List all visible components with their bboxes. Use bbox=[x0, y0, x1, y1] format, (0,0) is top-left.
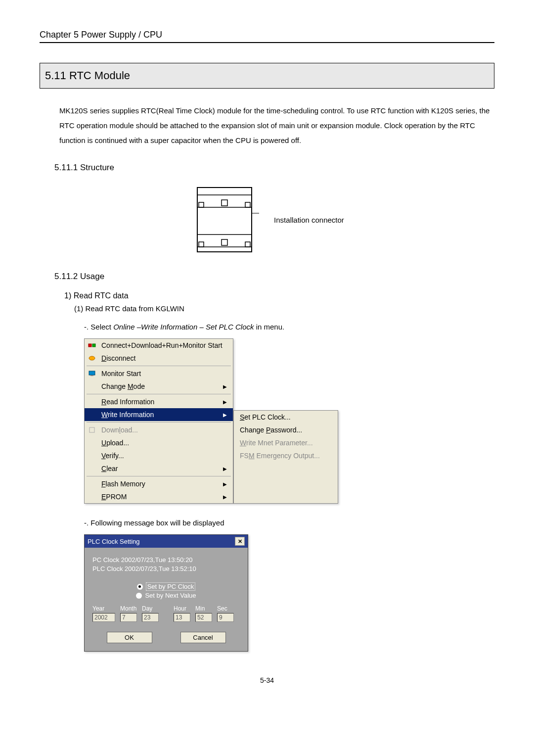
svg-rect-0 bbox=[197, 188, 252, 252]
svg-rect-17 bbox=[89, 427, 94, 432]
menu-flash-memory[interactable]: Flash Memory ▶ bbox=[85, 477, 233, 490]
svg-rect-13 bbox=[92, 344, 95, 347]
radio-set-by-pc[interactable]: Set by PC Clock bbox=[92, 582, 240, 591]
menu-label: Connect+Download+Run+Monitor Start bbox=[101, 341, 222, 349]
instruction-select-menu: -. Select Online –Write Information – Se… bbox=[84, 323, 494, 331]
close-icon: ✕ bbox=[238, 538, 242, 545]
min-label: Min bbox=[195, 605, 205, 612]
instruction-italic: Online –Write Information – Set PLC Cloc… bbox=[113, 323, 254, 331]
radio-selected-icon bbox=[137, 584, 143, 590]
instruction-message-box: -. Following message box will be display… bbox=[84, 519, 494, 527]
menu-label: Set PLC Clock... bbox=[240, 413, 291, 421]
menu-separator bbox=[87, 422, 231, 423]
month-field[interactable]: 7 bbox=[120, 613, 137, 622]
menu-connect[interactable]: Connect+Download+Run+Monitor Start bbox=[85, 339, 233, 352]
chapter-header: Chapter 5 Power Supply / CPU bbox=[40, 30, 494, 43]
step-read-rtc: 1) Read RTC data bbox=[64, 291, 494, 300]
hour-label: Hour bbox=[174, 605, 186, 612]
instruction-text: -. Select bbox=[84, 323, 113, 331]
pc-clock-text: PC Clock 2002/07/23,Tue 13:50:20 bbox=[92, 556, 240, 565]
svg-rect-7 bbox=[245, 242, 250, 247]
submenu-arrow-icon: ▶ bbox=[223, 494, 227, 500]
dialog-titlebar: PLC Clock Setting ✕ bbox=[85, 535, 248, 548]
menu-monitor-start[interactable]: Monitor Start bbox=[85, 367, 233, 380]
menu-label: Change Password... bbox=[240, 426, 302, 434]
instruction-text: in menu. bbox=[254, 323, 284, 331]
menu-clear[interactable]: Clear ▶ bbox=[85, 462, 233, 475]
menu-separator bbox=[87, 394, 231, 394]
cancel-button[interactable]: Cancel bbox=[180, 632, 226, 643]
download-icon bbox=[88, 426, 96, 434]
monitor-icon bbox=[88, 370, 96, 378]
menu-label: Clear bbox=[101, 465, 118, 472]
radio-label: Set by PC Clock bbox=[146, 582, 196, 591]
menu-write-info[interactable]: Write Information ▶ bbox=[85, 408, 233, 421]
menu-screenshot: Connect+Download+Run+Monitor Start Disco… bbox=[84, 338, 494, 504]
subsection-structure: 5.11.1 Structure bbox=[54, 163, 494, 173]
menu-label: Read Information bbox=[101, 398, 154, 406]
structure-diagram: Installation connector bbox=[40, 183, 494, 257]
clock-info: PC Clock 2002/07/23,Tue 13:50:20 PLC Clo… bbox=[92, 556, 240, 573]
menu-label: EPROM bbox=[101, 493, 127, 501]
submenu-arrow-icon: ▶ bbox=[223, 481, 227, 487]
sec-label: Sec bbox=[217, 605, 227, 612]
close-button[interactable]: ✕ bbox=[235, 537, 245, 546]
year-label: Year bbox=[92, 605, 104, 612]
menu-label: Download... bbox=[101, 426, 138, 434]
dialog-buttons: OK Cancel bbox=[92, 632, 240, 643]
diagram-label: Installation connector bbox=[274, 216, 344, 224]
submenu-arrow-icon: ▶ bbox=[223, 384, 227, 389]
body-paragraph: MK120S series supplies RTC(Real Time Clo… bbox=[59, 103, 494, 148]
substep-kglwin: (1) Read RTC data from KGLWIN bbox=[74, 304, 494, 313]
svg-rect-15 bbox=[89, 371, 95, 375]
svg-rect-4 bbox=[222, 200, 227, 206]
submenu-fsm-emergency: FSM Emergency Output... bbox=[234, 449, 338, 462]
menu-disconnect[interactable]: Disconnect bbox=[85, 352, 233, 365]
dialog-title: PLC Clock Setting bbox=[88, 538, 140, 545]
svg-rect-3 bbox=[245, 202, 250, 207]
ok-button[interactable]: OK bbox=[107, 632, 152, 643]
menu-separator bbox=[87, 366, 231, 366]
submenu-arrow-icon: ▶ bbox=[223, 412, 227, 418]
day-field[interactable]: 23 bbox=[142, 613, 159, 622]
radio-set-by-next[interactable]: Set by Next Value bbox=[92, 592, 240, 599]
menu-read-info[interactable]: Read Information ▶ bbox=[85, 395, 233, 408]
date-inputs-row: Year 2002 Month 7 Day 23 Hour 13 Min 52 … bbox=[92, 605, 240, 622]
year-field[interactable]: 2002 bbox=[92, 613, 115, 622]
day-label: Day bbox=[142, 605, 152, 612]
menu-verify[interactable]: Verify... bbox=[85, 449, 233, 462]
min-field[interactable]: 52 bbox=[195, 613, 212, 622]
svg-rect-8 bbox=[222, 239, 227, 245]
write-info-submenu: Set PLC Clock... Change Password... Writ… bbox=[233, 410, 338, 504]
svg-rect-2 bbox=[199, 202, 204, 207]
radio-label: Set by Next Value bbox=[145, 592, 196, 599]
menu-label: Monitor Start bbox=[101, 370, 141, 378]
subsection-usage: 5.11.2 Usage bbox=[54, 272, 494, 282]
menu-upload[interactable]: Upload... bbox=[85, 436, 233, 449]
sec-field[interactable]: 9 bbox=[217, 613, 234, 622]
menu-label: Disconnect bbox=[101, 354, 135, 362]
menu-separator bbox=[87, 476, 231, 476]
menu-label: FSM Emergency Output... bbox=[240, 452, 320, 460]
hour-field[interactable]: 13 bbox=[174, 613, 190, 622]
section-title: 5.11 RTC Module bbox=[40, 63, 494, 89]
menu-change-mode[interactable]: Change Mode ▶ bbox=[85, 380, 233, 393]
submenu-arrow-icon: ▶ bbox=[223, 399, 227, 405]
connect-icon bbox=[88, 341, 96, 349]
online-menu: Connect+Download+Run+Monitor Start Disco… bbox=[84, 338, 233, 504]
plc-clock-dialog: PLC Clock Setting ✕ PC Clock 2002/07/23,… bbox=[84, 534, 248, 652]
menu-label: Flash Memory bbox=[101, 480, 145, 488]
disconnect-icon bbox=[88, 354, 96, 362]
svg-rect-12 bbox=[89, 344, 91, 347]
menu-label: Verify... bbox=[101, 452, 124, 460]
svg-rect-16 bbox=[90, 375, 93, 376]
menu-eprom[interactable]: EPROM ▶ bbox=[85, 490, 233, 503]
module-illustration bbox=[190, 183, 259, 257]
submenu-set-plc-clock[interactable]: Set PLC Clock... bbox=[234, 411, 338, 424]
submenu-write-mnet: Write Mnet Parameter... bbox=[234, 436, 338, 449]
svg-rect-6 bbox=[199, 242, 204, 247]
menu-download: Download... bbox=[85, 424, 233, 436]
submenu-change-password[interactable]: Change Password... bbox=[234, 424, 338, 436]
menu-label: Write Mnet Parameter... bbox=[240, 439, 313, 447]
menu-label: Change Mode bbox=[101, 382, 145, 390]
